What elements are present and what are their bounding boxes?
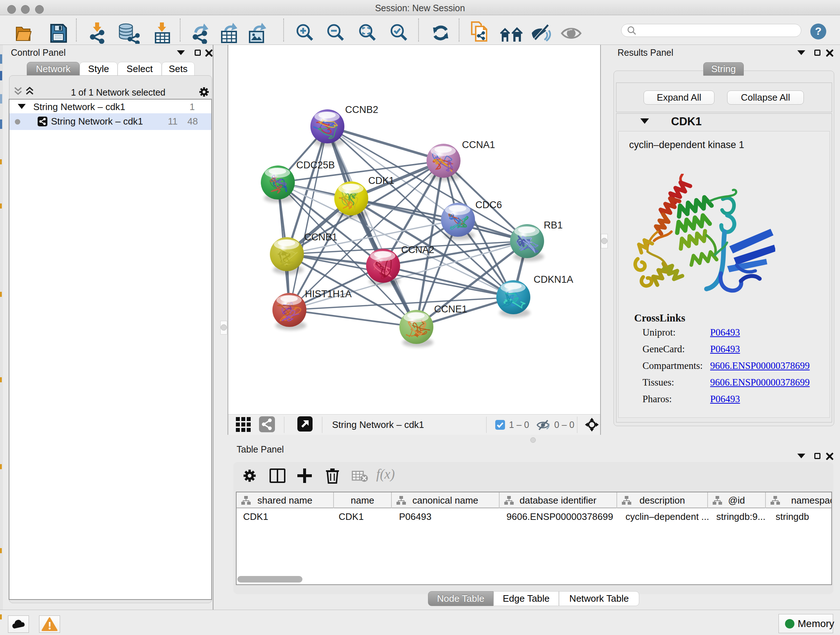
svg-text:CCNE1: CCNE1 xyxy=(434,304,467,315)
svg-text:CCNA2: CCNA2 xyxy=(401,244,434,255)
svg-text:CDK1: CDK1 xyxy=(368,175,394,186)
svg-text:CDC25B: CDC25B xyxy=(296,160,335,171)
svg-text:HIST1H1A: HIST1H1A xyxy=(305,288,352,299)
svg-text:CCNB1: CCNB1 xyxy=(304,232,338,242)
svg-text:CDKN1A: CDKN1A xyxy=(534,274,573,285)
svg-text:CDC6: CDC6 xyxy=(475,200,502,211)
svg-text:CCNA1: CCNA1 xyxy=(462,139,495,150)
svg-text:RB1: RB1 xyxy=(544,220,563,231)
svg-text:?: ? xyxy=(815,25,821,37)
svg-text:CCNB2: CCNB2 xyxy=(345,104,378,115)
